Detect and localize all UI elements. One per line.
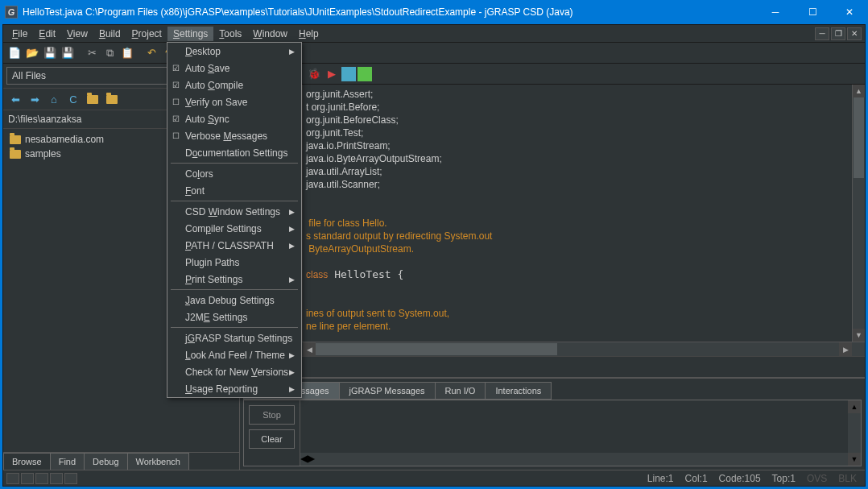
horizontal-scrollbar[interactable]: ◀ ▶ xyxy=(240,342,865,356)
status-code: Code:105 xyxy=(719,473,761,484)
menu-window[interactable]: Window xyxy=(247,27,293,41)
toolbar: 📄 📂 💾 💾 ✂ ⧉ 📋 ↶ ↷ xyxy=(3,43,865,64)
minimize-button[interactable]: ─ xyxy=(757,0,794,24)
file-filter-combo[interactable]: All Files ▼ xyxy=(6,67,187,85)
menu-item-jgrasp-startup-settings[interactable]: jGRASP Startup Settings xyxy=(167,329,301,346)
menu-item-documentation-settings[interactable]: Documentation Settings xyxy=(167,144,301,161)
folder-icon[interactable] xyxy=(103,91,121,107)
folder-up-icon[interactable] xyxy=(84,91,101,107)
scroll-right-icon[interactable]: ▶ xyxy=(839,342,852,356)
menu-item-look-and-feel-theme[interactable]: Look And Feel / Theme▶ xyxy=(167,346,301,363)
paste-icon[interactable]: 📋 xyxy=(119,45,135,61)
refresh-icon[interactable]: C xyxy=(64,91,82,107)
message-area[interactable]: ◀▶ ▲ ▼ xyxy=(300,400,861,466)
menu-item-csd-window-settings[interactable]: CSD Window Settings▶ xyxy=(167,203,301,220)
nav-home-icon[interactable]: ⌂ xyxy=(45,91,63,107)
mdi-minimize[interactable]: ─ xyxy=(815,27,829,40)
save-as-icon[interactable]: 💾 xyxy=(60,45,76,61)
menu-item-verbose-messages[interactable]: ☐Verbose Messages xyxy=(167,127,301,144)
save-icon[interactable]: 💾 xyxy=(42,45,58,61)
menu-bar: File Edit View Build Project Settings To… xyxy=(3,25,865,43)
menu-item-print-settings[interactable]: Print Settings▶ xyxy=(167,271,301,288)
scroll-down-icon[interactable]: ▼ xyxy=(853,329,865,342)
undo-icon[interactable]: ↶ xyxy=(143,45,159,61)
menu-tools[interactable]: Tools xyxy=(213,27,247,41)
folder-icon xyxy=(10,150,21,159)
box1-icon[interactable] xyxy=(341,67,356,81)
status-blk: BLK xyxy=(838,473,857,484)
menu-item-auto-sync[interactable]: ☑Auto Sync xyxy=(167,110,301,127)
status-btn[interactable] xyxy=(21,473,34,484)
menu-item-j2me-settings[interactable]: J2ME Settings xyxy=(167,309,301,325)
menu-item-path-classpath[interactable]: PATH / CLASSPATH▶ xyxy=(167,237,301,254)
status-btn[interactable] xyxy=(6,473,19,484)
app-icon: G xyxy=(5,6,18,19)
app-frame: File Edit View Build Project Settings To… xyxy=(2,24,866,487)
tab-find[interactable]: Find xyxy=(50,453,85,470)
menu-item-font[interactable]: Font xyxy=(167,182,301,199)
window-title: HelloTest.java C:\Program Files (x86)\jG… xyxy=(23,6,757,18)
menu-item-verify-on-save[interactable]: ☐Verify on Save xyxy=(167,93,301,110)
tab-browse[interactable]: Browse xyxy=(3,453,51,470)
menu-item-auto-save[interactable]: ☑Auto Save xyxy=(167,60,301,77)
tab-jgrasp-messages[interactable]: jGRASP Messages xyxy=(339,382,436,400)
menu-item-auto-compile[interactable]: ☑Auto Compile xyxy=(167,77,301,93)
vertical-scrollbar[interactable]: ▲ ▼ xyxy=(852,85,865,342)
open-icon[interactable]: 📂 xyxy=(24,45,40,61)
status-btn[interactable] xyxy=(35,473,48,484)
nav-back-icon[interactable]: ⬅ xyxy=(6,91,24,107)
menu-file[interactable]: File xyxy=(6,27,33,41)
tab-interactions[interactable]: Interactions xyxy=(485,382,552,400)
new-file-icon[interactable]: 📄 xyxy=(6,45,23,61)
run-icon[interactable]: ▶ xyxy=(324,66,340,82)
msg-vscroll[interactable]: ▲ ▼ xyxy=(848,400,861,466)
clear-button[interactable]: Clear xyxy=(249,429,295,449)
folder-icon xyxy=(10,135,21,144)
tab-workbench[interactable]: Workbench xyxy=(127,453,189,470)
menu-help[interactable]: Help xyxy=(293,27,324,41)
file-filter-label: All Files xyxy=(12,70,46,81)
mdi-restore[interactable]: ❐ xyxy=(831,27,845,40)
box2-icon[interactable] xyxy=(358,67,372,81)
menu-view[interactable]: View xyxy=(61,27,93,41)
menu-edit[interactable]: Edit xyxy=(33,27,61,41)
editor-toolbar: 🐞 ▶ xyxy=(240,64,865,85)
menu-project[interactable]: Project xyxy=(126,27,167,41)
menu-build[interactable]: Build xyxy=(93,27,126,41)
editor-area: org.junit.Assert; t org.junit.Before; or… xyxy=(240,85,865,342)
stop-button[interactable]: Stop xyxy=(249,405,295,425)
maximize-button[interactable]: ☐ xyxy=(794,0,831,24)
close-button[interactable]: ✕ xyxy=(831,0,868,24)
status-bar: Line:1 Col:1 Code:105 Top:1 OVS BLK xyxy=(3,470,865,486)
menu-item-usage-reporting[interactable]: Usage Reporting▶ xyxy=(167,380,301,397)
nav-fwd-icon[interactable]: ➡ xyxy=(26,91,43,107)
copy-icon[interactable]: ⧉ xyxy=(101,45,118,61)
msg-hscroll[interactable]: ◀▶ xyxy=(300,453,848,466)
menu-settings[interactable]: Settings xyxy=(167,27,213,41)
cut-icon[interactable]: ✂ xyxy=(84,45,100,61)
status-col: Col:1 xyxy=(685,473,708,484)
left-tabs: Browse Find Debug Workbench xyxy=(3,452,239,470)
status-btn[interactable] xyxy=(64,473,77,484)
menu-item-colors[interactable]: Colors xyxy=(167,165,301,182)
menu-item-java-debug-settings[interactable]: Java Debug Settings xyxy=(167,292,301,309)
debug-icon[interactable]: 🐞 xyxy=(306,66,322,82)
status-btn[interactable] xyxy=(50,473,63,484)
scroll-thumb[interactable] xyxy=(854,97,864,178)
menu-item-check-for-new-versions[interactable]: Check for New Versions▶ xyxy=(167,363,301,380)
tab-debug[interactable]: Debug xyxy=(84,453,127,470)
scroll-up-icon[interactable]: ▲ xyxy=(853,85,865,97)
scroll-left-icon[interactable]: ◀ xyxy=(303,342,316,356)
title-bar: G HelloTest.java C:\Program Files (x86)\… xyxy=(0,0,868,24)
bottom-panel: Compile Messages jGRASP Messages Run I/O… xyxy=(240,377,865,470)
mdi-close[interactable]: ✕ xyxy=(847,27,862,40)
tab-run-io[interactable]: Run I/O xyxy=(435,382,486,400)
code-editor[interactable]: org.junit.Assert; t org.junit.Before; or… xyxy=(303,85,852,342)
menu-item-compiler-settings[interactable]: Compiler Settings▶ xyxy=(167,220,301,237)
menu-item-plugin-paths[interactable]: Plugin Paths xyxy=(167,254,301,271)
hscroll-thumb[interactable] xyxy=(316,343,557,355)
status-top: Top:1 xyxy=(772,473,796,484)
right-pane: 🐞 ▶ org.junit.Assert; t org.junit.Before… xyxy=(240,64,865,470)
menu-item-desktop[interactable]: Desktop▶ xyxy=(167,43,301,60)
status-line: Line:1 xyxy=(647,473,674,484)
